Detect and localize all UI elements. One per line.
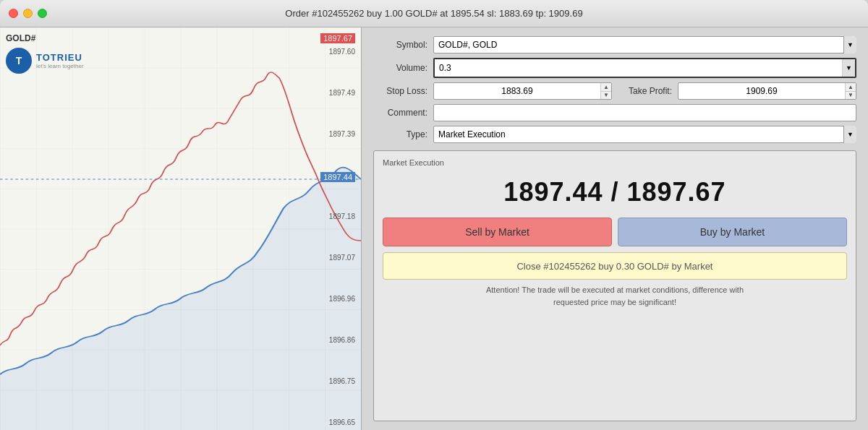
take-profit-label: Take Profit: bbox=[618, 86, 672, 96]
attention-text: Attention! The trade will be executed at… bbox=[383, 284, 847, 308]
logo-text: TOTRIEU let's learn together bbox=[36, 52, 84, 69]
type-label: Type: bbox=[373, 129, 427, 139]
logo-svg: T bbox=[11, 53, 27, 69]
svg-text:T: T bbox=[16, 55, 22, 66]
volume-dropdown-arrow[interactable]: ▼ bbox=[842, 59, 855, 77]
sell-by-market-button[interactable]: Sell by Market bbox=[383, 218, 612, 246]
logo-icon: T bbox=[6, 48, 32, 74]
type-row: Type: Market Execution ▼ bbox=[373, 126, 856, 143]
market-prices: 1897.44 / 1897.67 bbox=[383, 177, 847, 207]
window-title: Order #102455262 buy 1.00 GOLD# at 1895.… bbox=[285, 8, 582, 19]
comment-row: Comment: bbox=[373, 104, 856, 121]
stop-loss-group: Stop Loss: 1883.69 ▲ ▼ bbox=[373, 82, 612, 100]
chart-symbol: GOLD# bbox=[6, 33, 35, 43]
symbol-row: Symbol: GOLD#, GOLD ▼ bbox=[373, 36, 856, 53]
logo-tagline: let's learn together bbox=[36, 63, 84, 69]
comment-label: Comment: bbox=[373, 108, 427, 118]
chart-svg-main bbox=[0, 27, 361, 430]
logo: T TOTRIEU let's learn together bbox=[6, 48, 84, 74]
right-panel: Symbol: GOLD#, GOLD ▼ Volume: ▼ Stop Los… bbox=[362, 27, 868, 430]
stop-loss-value[interactable]: 1883.69 bbox=[434, 85, 600, 98]
chart-price-high: 1897.67 bbox=[320, 33, 355, 43]
take-profit-down[interactable]: ▼ bbox=[846, 92, 856, 100]
stop-loss-input: 1883.69 ▲ ▼ bbox=[433, 82, 612, 100]
minimize-button[interactable] bbox=[23, 9, 33, 18]
main-content: GOLD# 1897.67 1897.44 T TOTRIEU let's le… bbox=[0, 27, 868, 430]
sl-tp-row: Stop Loss: 1883.69 ▲ ▼ Take Profit: 1909… bbox=[373, 82, 856, 100]
symbol-label: Symbol: bbox=[373, 40, 427, 50]
close-button[interactable] bbox=[9, 9, 18, 18]
type-select[interactable]: Market Execution bbox=[433, 126, 856, 143]
take-profit-arrows: ▲ ▼ bbox=[845, 83, 856, 99]
take-profit-up[interactable]: ▲ bbox=[846, 83, 856, 92]
take-profit-group: Take Profit: 1909.69 ▲ ▼ bbox=[618, 82, 856, 100]
chart-panel: GOLD# 1897.67 1897.44 T TOTRIEU let's le… bbox=[0, 27, 362, 430]
stop-loss-down[interactable]: ▼ bbox=[601, 92, 611, 100]
chart-price-current: 1897.44 bbox=[320, 172, 355, 182]
take-profit-value[interactable]: 1909.69 bbox=[678, 85, 845, 98]
volume-input[interactable] bbox=[435, 59, 842, 77]
type-select-wrap[interactable]: Market Execution ▼ bbox=[433, 126, 856, 143]
volume-highlight-box: ▼ bbox=[433, 58, 856, 78]
symbol-select[interactable]: GOLD#, GOLD bbox=[433, 36, 856, 53]
market-buttons: Sell by Market Buy by Market bbox=[383, 218, 847, 246]
market-execution-box: Market Execution 1897.44 / 1897.67 Sell … bbox=[373, 150, 856, 421]
volume-row: Volume: ▼ bbox=[373, 58, 856, 78]
take-profit-input: 1909.69 ▲ ▼ bbox=[678, 82, 856, 100]
symbol-select-wrap[interactable]: GOLD#, GOLD ▼ bbox=[433, 36, 856, 53]
maximize-button[interactable] bbox=[38, 9, 47, 18]
volume-label: Volume: bbox=[373, 63, 427, 73]
comment-input[interactable] bbox=[433, 104, 856, 121]
traffic-lights bbox=[9, 9, 47, 18]
close-order-button[interactable]: Close #102455262 buy 0.30 GOLD# by Marke… bbox=[383, 252, 847, 280]
stop-loss-label: Stop Loss: bbox=[373, 86, 427, 96]
stop-loss-up[interactable]: ▲ bbox=[601, 83, 611, 92]
buy-by-market-button[interactable]: Buy by Market bbox=[618, 218, 847, 246]
market-execution-title: Market Execution bbox=[383, 158, 847, 167]
title-bar: Order #102455262 buy 1.00 GOLD# at 1895.… bbox=[0, 0, 868, 27]
logo-name: TOTRIEU bbox=[36, 52, 84, 63]
stop-loss-arrows: ▲ ▼ bbox=[600, 83, 611, 99]
